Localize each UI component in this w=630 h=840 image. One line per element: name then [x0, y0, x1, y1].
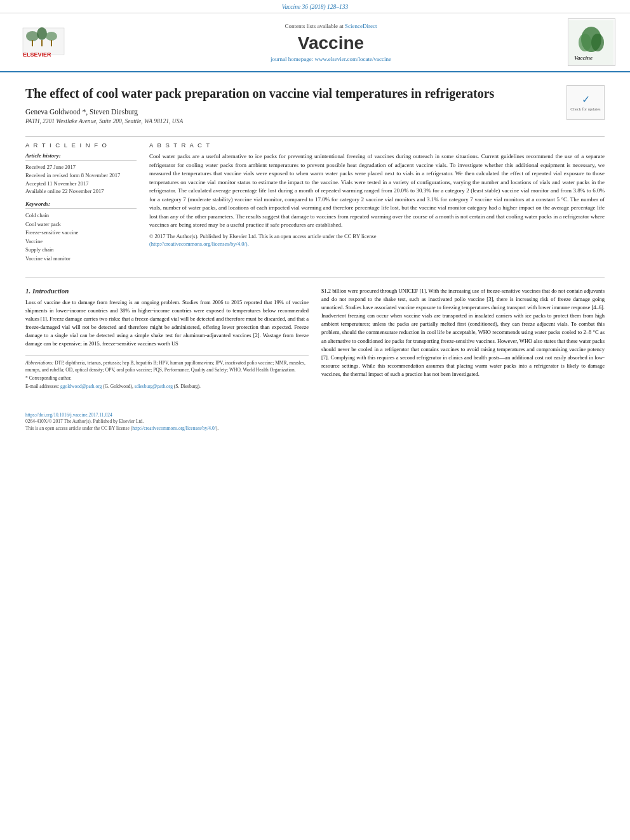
- keywords-heading: Keywords:: [25, 201, 137, 209]
- email2[interactable]: sdiesburg@path.org: [135, 383, 173, 389]
- abbreviations: Abbreviations: DTP, diphtheria, tetanus,…: [25, 359, 309, 374]
- keyword-6: Vaccine vial monitor: [25, 255, 137, 263]
- check-updates-icon: ✓: [582, 93, 590, 105]
- cc-url-bottom[interactable]: http://creativecommons.org/licenses/by/4…: [132, 425, 216, 431]
- available-date: Available online 22 November 2017: [25, 187, 137, 196]
- received-revised-date: Received in revised form 8 November 2017: [25, 171, 137, 180]
- email1-name: (G. Goldwood),: [103, 383, 133, 389]
- svg-rect-6: [51, 40, 52, 46]
- footnotes: Abbreviations: DTP, diphtheria, tetanus,…: [25, 355, 309, 390]
- page: Vaccine 36 (2018) 128–133 ELSEVIER Conte…: [0, 0, 630, 840]
- check-updates-label: Check for updates: [570, 107, 600, 112]
- svg-rect-4: [32, 40, 33, 46]
- keywords-list: Cold chain Cool water pack Freeze-sensit…: [25, 211, 137, 263]
- svg-rect-5: [41, 40, 43, 46]
- vaccine-journal-logo: Vaccine: [569, 20, 613, 65]
- intro-text-left: Loss of vaccine due to damage from freez…: [25, 298, 309, 349]
- abbreviations-label: Abbreviations:: [25, 360, 53, 366]
- keyword-2: Cool water pack: [25, 220, 137, 229]
- section-divider: [25, 277, 605, 278]
- vaccine-logo-box: Vaccine: [568, 18, 615, 66]
- check-updates-box: ✓ Check for updates: [566, 85, 605, 120]
- journal-homepage: journal homepage: www.elsevier.com/locat…: [271, 56, 391, 62]
- abstract-paragraph: Cool water packs are a useful alternativ…: [149, 152, 605, 230]
- sciencedirect-line: Contents lists available at ScienceDirec…: [285, 23, 377, 29]
- received-date: Received 27 June 2017: [25, 163, 137, 171]
- cc-link[interactable]: (http://creativecommons.org/licenses/by/…: [149, 241, 249, 247]
- abbreviations-text: DTP, diphtheria, tetanus, pertussis; hep…: [25, 360, 305, 373]
- journal-citation: Vaccine 36 (2018) 128–133: [282, 4, 349, 10]
- svg-point-10: [579, 34, 591, 51]
- affiliation: PATH, 2201 Westlake Avenue, Suite 200, S…: [25, 118, 556, 124]
- email2-name: (S. Diesburg).: [174, 383, 201, 389]
- article-title-section: The effect of cool water pack preparatio…: [25, 85, 605, 128]
- keyword-5: Supply chain: [25, 246, 137, 255]
- article-info-label: A R T I C L E I N F O: [25, 142, 137, 149]
- article-content: The effect of cool water pack preparatio…: [0, 72, 630, 404]
- email1[interactable]: ggoldwood@path.org: [60, 383, 102, 389]
- journal-info-center: Contents lists available at ScienceDirec…: [99, 18, 563, 66]
- authors: Geneva Goldwood *, Steven Diesburg: [25, 108, 556, 116]
- abstract-label: A B S T R A C T: [149, 142, 605, 149]
- abstract-col: A B S T R A C T Cool water packs are a u…: [149, 142, 605, 269]
- article-history: Article history: Received 27 June 2017 R…: [25, 152, 137, 196]
- svg-point-3: [46, 32, 57, 41]
- introduction-section: 1. Introduction Loss of vaccine due to d…: [25, 287, 605, 392]
- abstract-text: Cool water packs are a useful alternativ…: [149, 152, 605, 248]
- accepted-date: Accepted 11 November 2017: [25, 180, 137, 188]
- vaccine-logo-area: Vaccine: [563, 18, 620, 66]
- keywords-block: Keywords: Cold chain Cool water pack Fre…: [25, 201, 137, 263]
- intro-heading: 1. Introduction: [25, 287, 309, 295]
- article-info-col: A R T I C L E I N F O Article history: R…: [25, 142, 137, 269]
- intro-text-right: $1.2 billion were procured through UNICE…: [321, 287, 605, 379]
- article-info-abstract-section: A R T I C L E I N F O Article history: R…: [25, 136, 605, 269]
- svg-text:ELSEVIER: ELSEVIER: [23, 51, 51, 58]
- elsevier-logo: ELSEVIER: [20, 25, 90, 60]
- intro-col-left: 1. Introduction Loss of vaccine due to d…: [25, 287, 309, 392]
- keyword-1: Cold chain: [25, 211, 137, 220]
- journal-header: ELSEVIER Contents lists available at Sci…: [0, 13, 630, 72]
- article-title: The effect of cool water pack preparatio…: [25, 85, 556, 102]
- email-label: E-mail addresses:: [25, 383, 59, 389]
- doi-line: https://doi.org/10.1016/j.vaccine.2017.1…: [25, 412, 605, 419]
- history-heading: Article history:: [25, 152, 137, 161]
- bottom-bar: https://doi.org/10.1016/j.vaccine.2017.1…: [0, 410, 630, 435]
- svg-point-2: [37, 27, 47, 40]
- intro-col-right: $1.2 billion were procured through UNICE…: [321, 287, 605, 392]
- keyword-3: Freeze-sensitive vaccine: [25, 229, 137, 237]
- elsevier-logo-area: ELSEVIER: [10, 18, 99, 66]
- svg-point-1: [26, 31, 39, 41]
- svg-text:Vaccine: Vaccine: [574, 55, 593, 61]
- journal-bar: Vaccine 36 (2018) 128–133: [0, 0, 630, 13]
- sciencedirect-link[interactable]: ScienceDirect: [345, 23, 377, 29]
- journal-name: Vaccine: [298, 33, 364, 53]
- keyword-4: Vaccine: [25, 237, 137, 246]
- corresponding-note: * Corresponding author.: [25, 375, 309, 382]
- article-title-text: The effect of cool water pack preparatio…: [25, 85, 556, 128]
- svg-point-11: [591, 34, 604, 51]
- issn-line: 0264-410X/© 2017 The Author(s). Publishe…: [25, 418, 605, 425]
- doi-link[interactable]: https://doi.org/10.1016/j.vaccine.2017.1…: [25, 412, 112, 418]
- email-line: E-mail addresses: ggoldwood@path.org (G.…: [25, 383, 309, 390]
- open-access-line: © 2017 The Author(s). Published by Elsev…: [149, 232, 605, 249]
- open-access-bottom: This is an open access article under the…: [25, 425, 605, 432]
